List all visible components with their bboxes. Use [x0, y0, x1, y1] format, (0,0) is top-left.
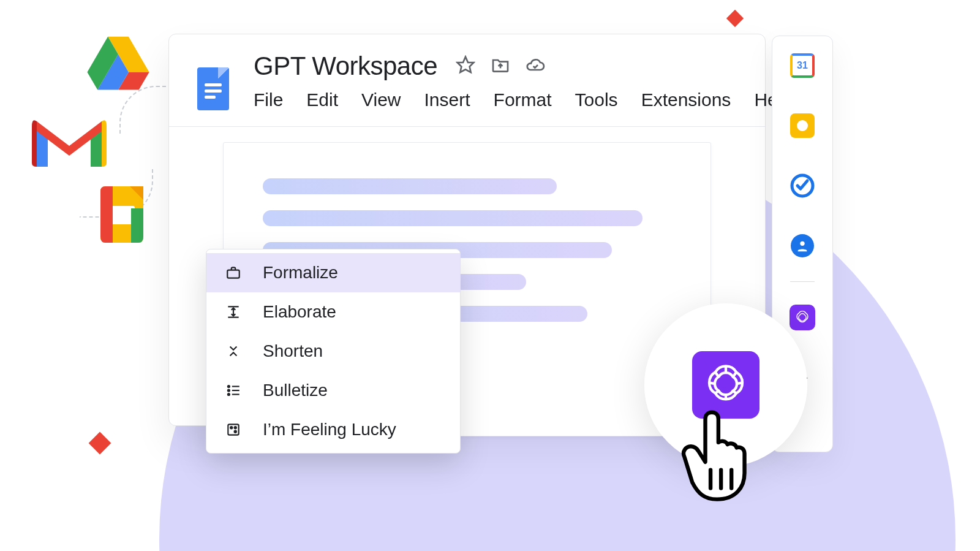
google-slides-icon — [98, 184, 146, 245]
confetti-diamond — [89, 432, 111, 455]
cursor-hand-icon — [680, 405, 760, 505]
side-calendar-button[interactable]: 31 — [789, 52, 816, 79]
google-tasks-icon — [790, 173, 815, 198]
gpt-icon — [790, 305, 815, 330]
google-docs-icon — [197, 67, 229, 110]
menu-item-label: Shorten — [263, 341, 323, 361]
svg-point-19 — [230, 427, 232, 428]
calendar-day-number: 31 — [793, 56, 812, 75]
svg-line-25 — [733, 372, 737, 377]
gmail-icon — [29, 109, 109, 169]
move-to-drive-icon[interactable] — [491, 55, 510, 77]
google-keep-icon — [790, 113, 815, 138]
side-keep-button[interactable] — [789, 112, 816, 139]
menu-item-label: Elaborate — [263, 302, 336, 322]
svg-rect-6 — [109, 206, 135, 224]
menu-item-formalize[interactable]: Formalize — [206, 253, 460, 292]
menu-item-elaborate[interactable]: Elaborate — [206, 292, 460, 332]
svg-point-14 — [228, 393, 230, 395]
svg-line-30 — [709, 382, 715, 384]
document-title[interactable]: GPT Workspace — [254, 51, 437, 81]
collapse-vertical-icon — [225, 343, 242, 360]
menu-tools[interactable]: Tools — [575, 89, 618, 110]
svg-line-27 — [733, 391, 736, 393]
side-divider — [790, 281, 815, 282]
svg-point-23 — [800, 241, 804, 246]
google-contacts-icon — [791, 234, 814, 257]
svg-point-12 — [228, 386, 230, 387]
svg-rect-18 — [228, 424, 238, 435]
svg-point-13 — [228, 389, 230, 391]
confetti-diamond — [726, 10, 744, 27]
list-icon — [225, 382, 242, 399]
svg-rect-8 — [227, 270, 239, 278]
svg-point-21 — [235, 427, 236, 428]
menu-item-label: Bulletize — [263, 381, 328, 400]
side-contacts-button[interactable] — [789, 232, 816, 259]
svg-line-26 — [737, 382, 742, 384]
menu-insert[interactable]: Insert — [424, 89, 470, 110]
menu-item-bulletize[interactable]: Bulletize — [206, 371, 460, 410]
divider — [169, 126, 765, 127]
google-drive-icon — [86, 34, 151, 91]
side-gpt-button[interactable] — [789, 304, 816, 331]
svg-line-29 — [715, 391, 719, 393]
dice-icon — [225, 421, 242, 438]
menu-item-shorten[interactable]: Shorten — [206, 332, 460, 371]
svg-marker-7 — [458, 57, 474, 72]
menu-format[interactable]: Format — [494, 89, 552, 110]
text-placeholder — [263, 210, 643, 226]
menu-file[interactable]: File — [254, 89, 283, 110]
gpt-context-menu: Formalize Elaborate Shorten Bulletize I’… — [206, 249, 461, 454]
menu-item-label: Formalize — [263, 263, 338, 283]
google-calendar-icon: 31 — [790, 53, 815, 78]
menu-extensions[interactable]: Extensions — [641, 89, 731, 110]
text-placeholder — [263, 178, 557, 194]
menu-item-label: I’m Feeling Lucky — [263, 420, 396, 439]
menu-item-feeling-lucky[interactable]: I’m Feeling Lucky — [206, 410, 460, 449]
svg-point-20 — [235, 431, 236, 433]
expand-vertical-icon — [225, 303, 242, 321]
svg-line-31 — [715, 372, 719, 377]
gpt-icon — [704, 363, 748, 407]
menu-view[interactable]: View — [361, 89, 401, 110]
star-icon[interactable] — [456, 55, 475, 77]
menu-bar: File Edit View Insert Format Tools Exten… — [254, 81, 792, 126]
cloud-status-icon[interactable] — [526, 55, 545, 77]
briefcase-icon — [225, 264, 242, 281]
menu-edit[interactable]: Edit — [306, 89, 338, 110]
side-tasks-button[interactable] — [789, 172, 816, 199]
